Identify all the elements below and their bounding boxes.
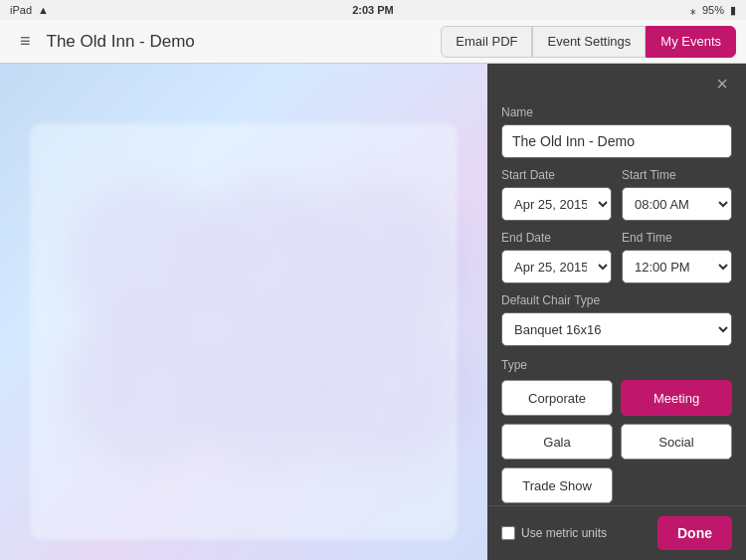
bluetooth-icon: ⁎ (690, 4, 696, 17)
chair-type-label: Default Chair Type (501, 293, 732, 307)
battery-level: 95% (702, 4, 724, 16)
my-events-button[interactable]: My Events (646, 26, 736, 58)
end-date-select[interactable]: Apr 25, 2015 (501, 250, 612, 283)
event-settings-panel: × Name Start Date Apr 25, 2015 Start Tim… (487, 64, 746, 560)
end-time-select[interactable]: 12:00 PM (622, 250, 732, 283)
end-row: End Date Apr 25, 2015 End Time 12:00 PM (501, 221, 732, 283)
nav-actions: Email PDF Event Settings My Events (441, 26, 736, 58)
start-row: Start Date Apr 25, 2015 Start Time 08:00… (501, 158, 732, 221)
status-bar: iPad ▲ 2:03 PM ⁎ 95% ▮ (0, 0, 746, 20)
email-pdf-button[interactable]: Email PDF (441, 26, 532, 58)
done-button[interactable]: Done (657, 516, 732, 550)
main-content: × Name Start Date Apr 25, 2015 Start Tim… (0, 64, 746, 560)
type-grid: Corporate Meeting Gala Social Trade Show (501, 380, 732, 503)
end-date-label: End Date (501, 231, 612, 245)
start-date-select[interactable]: Apr 25, 2015 (501, 187, 612, 221)
type-corporate-button[interactable]: Corporate (501, 380, 613, 416)
status-time: 2:03 PM (352, 4, 394, 16)
type-meeting-button[interactable]: Meeting (621, 380, 732, 416)
event-name-input[interactable] (501, 124, 732, 158)
canvas-panel[interactable] (0, 64, 487, 560)
battery-icon: ▮ (730, 4, 736, 17)
event-settings-button[interactable]: Event Settings (532, 26, 646, 58)
start-time-select[interactable]: 08:00 AM (622, 187, 732, 221)
table-layout-area (30, 123, 458, 540)
metric-label: Use metric units (521, 526, 607, 540)
metric-row: Use metric units (501, 526, 607, 540)
wifi-icon: ▲ (38, 4, 49, 16)
type-social-button[interactable]: Social (621, 424, 732, 460)
metric-checkbox[interactable] (501, 526, 515, 540)
ipad-label: iPad (10, 4, 32, 16)
type-label: Type (501, 358, 732, 372)
panel-header: × (487, 64, 746, 95)
panel-footer: Use metric units Done (487, 505, 746, 560)
start-date-label: Start Date (501, 168, 612, 182)
menu-icon[interactable]: ≡ (10, 31, 41, 52)
chair-type-select[interactable]: Banquet 16x16 Banquet 14x14 Chiavari Fol… (501, 312, 732, 346)
close-button[interactable]: × (710, 72, 734, 95)
type-tradeshow-button[interactable]: Trade Show (501, 467, 613, 503)
panel-body: Name Start Date Apr 25, 2015 Start Time … (487, 95, 746, 505)
end-time-label: End Time (622, 231, 732, 245)
nav-title: The Old Inn - Demo (41, 32, 442, 52)
type-gala-button[interactable]: Gala (501, 424, 613, 460)
start-time-label: Start Time (622, 168, 732, 182)
name-label: Name (501, 105, 732, 119)
nav-bar: ≡ The Old Inn - Demo Email PDF Event Set… (0, 20, 746, 64)
